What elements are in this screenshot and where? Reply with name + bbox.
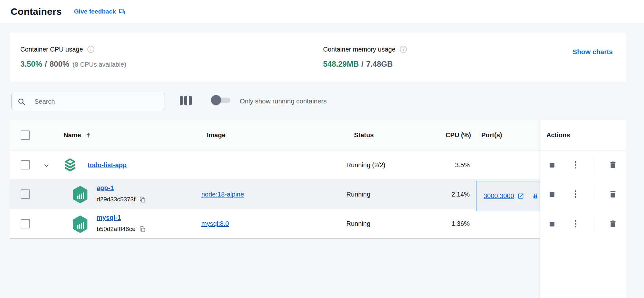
more-actions-icon[interactable]	[574, 160, 577, 169]
column-header-name-label: Name	[63, 131, 81, 139]
column-header-name[interactable]: Name	[63, 120, 91, 150]
container-name-link[interactable]: mysql-1	[97, 214, 121, 221]
column-header-actions: Actions	[540, 120, 626, 150]
container-id: b50d2af048ce	[97, 226, 135, 233]
actions-row-todo-list-app	[540, 150, 626, 180]
delete-icon[interactable]	[610, 190, 616, 198]
copy-id-icon[interactable]	[139, 226, 146, 233]
give-feedback-link[interactable]: Give feedback	[74, 8, 126, 15]
collapse-stack-chevron-icon[interactable]	[43, 162, 50, 169]
container-cpu: 1.36%	[412, 209, 470, 238]
page-title: Containers	[11, 6, 62, 17]
actions-divider	[594, 217, 594, 231]
cpu-separator: /	[45, 60, 47, 69]
image-link[interactable]: mysql:8.0	[201, 220, 229, 227]
port-link[interactable]: 3000:3000	[484, 192, 514, 200]
stop-icon[interactable]	[550, 222, 554, 226]
more-actions-icon[interactable]	[574, 190, 577, 198]
container-id: d29d33c5373f	[97, 196, 135, 203]
cpu-usage-stat: Container CPU usage 3.50% / 800% (8 CPUs…	[20, 45, 126, 69]
more-actions-icon[interactable]	[574, 219, 577, 228]
memory-info-icon[interactable]	[399, 45, 407, 53]
search-input[interactable]	[34, 98, 159, 105]
memory-separator: /	[361, 60, 364, 69]
sort-ascending-icon	[85, 132, 91, 138]
actions-row-mysql-1	[540, 209, 626, 239]
image-link[interactable]: node:18-alpine	[201, 191, 244, 198]
containers-page: Containers Give feedback Container CPU u…	[0, 0, 644, 298]
delete-icon[interactable]	[610, 220, 616, 227]
resource-usage-card: Container CPU usage 3.50% / 800% (8 CPUs…	[10, 33, 626, 82]
toggle-knob	[211, 95, 221, 105]
lock-icon	[533, 193, 538, 199]
container-icon	[72, 185, 89, 204]
port-cell-focused: 3000:3000	[476, 181, 542, 211]
container-status: Running	[346, 209, 370, 238]
cpu-info-icon[interactable]	[87, 45, 95, 53]
table-row-mysql-1: mysql-1 b50d2af048ce mysql:8.0 Running 1…	[10, 209, 540, 239]
stop-icon[interactable]	[550, 163, 554, 168]
table-header: Name Image Status CPU (%) Port(s)	[10, 120, 540, 150]
column-header-image[interactable]: Image	[207, 120, 226, 150]
feedback-chat-icon	[119, 8, 126, 15]
cpu-usage-label: Container CPU usage	[20, 46, 83, 53]
container-cpu: 2.14%	[412, 180, 470, 209]
compose-stack-icon	[62, 158, 78, 173]
search-icon	[17, 98, 25, 106]
cpu-total-value: 800%	[50, 60, 69, 69]
container-status: Running	[346, 180, 370, 209]
table-row-todo-list-app: todo-list-app Running (2/2) 3.5%	[10, 150, 540, 180]
stack-name-link[interactable]: todo-list-app	[88, 161, 127, 169]
row-checkbox[interactable]	[21, 160, 30, 169]
container-icon	[72, 215, 89, 234]
stack-cpu: 3.5%	[412, 150, 470, 179]
stop-icon[interactable]	[550, 192, 554, 197]
actions-divider	[594, 158, 594, 172]
give-feedback-label: Give feedback	[74, 8, 116, 15]
container-name-link[interactable]: app-1	[97, 184, 114, 191]
actions-row-app-1	[540, 180, 626, 209]
column-header-status[interactable]: Status	[354, 120, 374, 150]
memory-used-value: 548.29MB	[323, 60, 359, 69]
column-header-cpu[interactable]: CPU (%)	[412, 120, 471, 150]
table-row-app-1: app-1 d29d33c5373f node:18-alpine Runnin…	[10, 180, 540, 209]
actions-divider	[594, 187, 594, 202]
running-only-toggle-label: Only show running containers	[240, 97, 327, 105]
actions-column: Actions	[540, 120, 626, 298]
memory-usage-stat: Container memory usage 548.29MB / 7.48GB	[323, 45, 407, 69]
open-port-external-link-icon[interactable]	[517, 193, 524, 199]
memory-total-value: 7.48GB	[366, 60, 393, 69]
stack-status: Running (2/2)	[346, 150, 385, 179]
row-checkbox[interactable]	[21, 189, 30, 199]
row-checkbox[interactable]	[21, 219, 30, 228]
copy-id-icon[interactable]	[139, 196, 146, 203]
select-all-checkbox[interactable]	[21, 130, 30, 140]
search-box[interactable]	[11, 93, 165, 110]
delete-icon[interactable]	[610, 161, 616, 168]
column-header-ports[interactable]: Port(s)	[481, 120, 502, 150]
column-settings-icon[interactable]	[180, 96, 192, 105]
running-only-toggle[interactable]	[211, 95, 230, 105]
memory-usage-label: Container memory usage	[323, 46, 396, 53]
cpu-used-value: 3.50%	[20, 60, 42, 69]
title-bar: Containers Give feedback	[0, 0, 644, 23]
cpu-available-note: (8 CPUs available)	[72, 61, 126, 68]
show-charts-button[interactable]: Show charts	[572, 48, 613, 56]
